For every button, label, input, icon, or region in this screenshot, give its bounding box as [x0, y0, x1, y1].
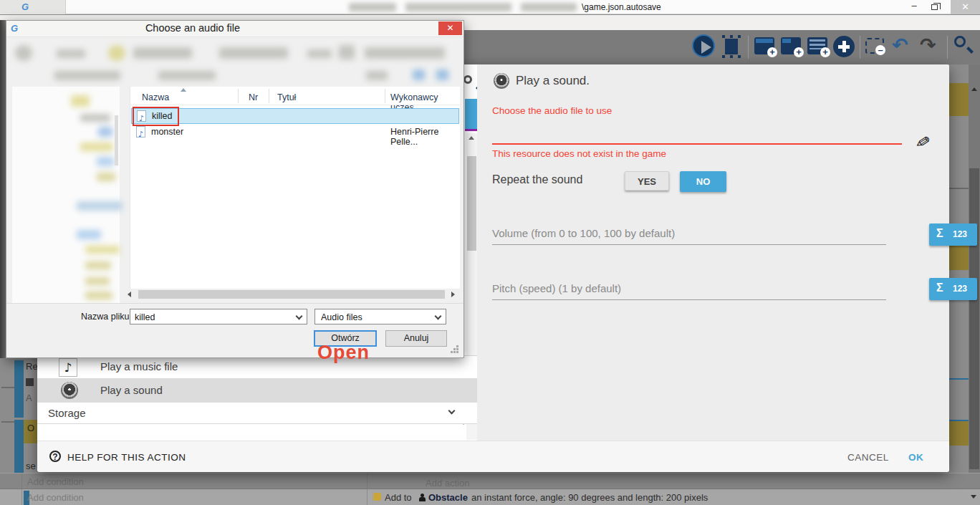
force-action-icon [373, 493, 381, 501]
file-list-header: Nazwa Nr Tytuł Wykonawcy uczes... [130, 87, 461, 105]
filetype-value: Audio files [321, 310, 362, 324]
toolbar-separator [860, 36, 860, 59]
pitch-input[interactable] [492, 299, 886, 300]
undo-icon[interactable]: ↶ [892, 34, 908, 56]
event-highlight-block [948, 244, 969, 270]
scroll-up-icon[interactable] [469, 136, 474, 140]
file-list-hscrollbar[interactable] [124, 289, 460, 300]
annotation-open-text: Open [317, 342, 370, 364]
cancel-button[interactable]: CANCEL [847, 452, 889, 463]
chevron-down-icon [435, 313, 442, 320]
debug-icon[interactable] [725, 39, 738, 54]
add-comment-icon[interactable]: + [807, 37, 827, 54]
pitch-expression-button[interactable]: Σ 123 [929, 278, 977, 300]
play-icon[interactable] [692, 34, 715, 57]
category-tab-underline [465, 129, 477, 131]
action-list-item-sound-selected[interactable]: Play a sound [37, 378, 477, 403]
file-dialog: G Choose an audio file ✕ [6, 20, 464, 358]
redo-icon[interactable]: ↷ [920, 34, 936, 56]
filetype-combobox[interactable]: Audio files [314, 309, 446, 324]
play-sound-editor: Play a sound. Choose the audio file to u… [477, 64, 949, 441]
filename-label: Nazwa pliku: [81, 312, 132, 322]
resize-grip[interactable] [456, 345, 458, 347]
repeat-no-button[interactable]: NO [680, 171, 726, 192]
toolbar-separator [748, 36, 749, 59]
add-action-button[interactable]: Add action [426, 478, 469, 489]
event-row: Add condition Add action [0, 473, 980, 489]
action-search-icon[interactable] [463, 75, 472, 84]
pitch-label: Pitch (speed) (1 by default) [492, 282, 621, 294]
sort-asc-icon [181, 88, 186, 92]
gdevelop-logo-icon: G [11, 23, 18, 34]
action-list-item-music[interactable]: ♪ Play a music file [37, 355, 477, 378]
dialog-close-button[interactable]: ✕ [438, 21, 462, 35]
modal-footer: ? HELP FOR THIS ACTION CANCEL OK [37, 441, 949, 472]
editor-title: Play a sound. [516, 74, 590, 88]
repeat-sound-label: Repeat the sound [492, 173, 582, 186]
search-icon[interactable] [954, 36, 966, 47]
add-icon[interactable] [833, 36, 855, 57]
screen: G \game.json.autosave – ✕ + + + – ↶ ↷ [0, 0, 980, 505]
scroll-left-icon[interactable] [128, 292, 131, 297]
file-name: monster [151, 127, 183, 137]
column-header-title[interactable]: Tytuł [277, 92, 296, 102]
event-divider [948, 188, 969, 189]
ok-button[interactable]: OK [908, 452, 923, 463]
dialog-bottom-area: Nazwa pliku: killed Audio files Otwórz A… [6, 303, 463, 357]
speaker-icon [494, 73, 509, 89]
folder-tree-pane[interactable] [12, 87, 120, 306]
sigma-icon: Σ [936, 227, 943, 240]
scroll-right-icon[interactable] [451, 292, 455, 297]
volume-input[interactable] [492, 244, 886, 245]
chevron-down-icon [296, 313, 303, 320]
obstacle-object-icon [419, 494, 425, 501]
repeat-yes-button[interactable]: YES [625, 171, 669, 191]
chevron-down-icon [448, 408, 456, 415]
file-row-killed[interactable]: ♪ killed [131, 108, 459, 124]
annotation-highlight-rect [133, 107, 179, 126]
remove-event-icon[interactable]: – [865, 38, 884, 54]
cancel-dialog-button[interactable]: Anuluj [385, 330, 447, 347]
event-partial-text: Re [26, 361, 38, 372]
force-action-object[interactable]: Obstacle [428, 492, 468, 503]
add-condition-button[interactable]: Add condition [27, 492, 84, 503]
event-partial-text: se [26, 461, 36, 471]
scroll-up-icon[interactable] [971, 87, 977, 91]
column-header-name[interactable]: Nazwa [142, 92, 169, 102]
event-gutter-bar[interactable] [14, 420, 24, 473]
resource-error-text: This resource does not exist in the game [492, 148, 666, 159]
minimize-button[interactable]: – [903, 0, 925, 13]
group-label: Storage [48, 407, 86, 419]
column-header-nr[interactable]: Nr [249, 92, 258, 102]
help-icon[interactable]: ? [49, 451, 61, 462]
close-window-button[interactable]: ✕ [951, 0, 980, 14]
force-action-text[interactable]: an instant force, angle: 90 degrees and … [471, 492, 708, 503]
numeric-badge: 123 [953, 284, 967, 294]
scrollbar-thumb[interactable] [467, 156, 476, 251]
file-row-monster[interactable]: ♪ monster Henri-Pierre Pelle... [131, 125, 459, 140]
event-highlight-block [948, 421, 969, 446]
event-row-selected: Add condition Add to Obstacle an instant… [0, 489, 980, 505]
add-sub-event-icon[interactable]: + [781, 37, 801, 54]
event-partial-text: O [27, 423, 34, 433]
category-tab-indicator[interactable] [465, 99, 477, 129]
numeric-badge: 123 [953, 229, 967, 239]
scrollbar-thumb[interactable] [138, 290, 445, 299]
force-action-prefix[interactable]: Add to [385, 492, 412, 503]
filename-combobox[interactable]: killed [130, 309, 307, 324]
tree-scrollbar-thumb[interactable] [115, 115, 118, 165]
volume-expression-button[interactable]: Σ 123 [929, 223, 977, 246]
add-condition-button[interactable]: Add condition [27, 476, 84, 487]
toolbar-separator [947, 36, 948, 59]
dialog-titlebar: G Choose an audio file ✕ [6, 21, 463, 37]
brush-edit-icon[interactable]: ✎ [913, 131, 931, 154]
event-gutter-bar[interactable] [14, 360, 24, 418]
event-object-icon [26, 378, 34, 386]
audio-file-input[interactable] [492, 143, 902, 145]
event-highlight-block: O [24, 420, 37, 443]
scroll-down-icon[interactable] [971, 495, 976, 499]
help-for-action-button[interactable]: HELP FOR THIS ACTION [67, 452, 186, 463]
add-event-icon[interactable]: + [754, 37, 774, 54]
action-group-storage[interactable]: Storage [37, 403, 477, 424]
scrollbar-thumb[interactable] [969, 168, 979, 469]
